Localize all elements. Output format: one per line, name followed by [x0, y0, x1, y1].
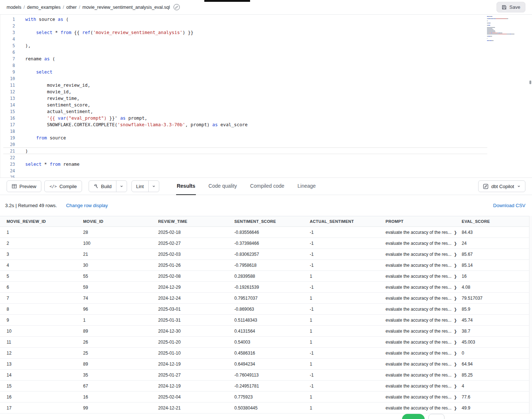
tab-lineage[interactable]: Lineage	[297, 177, 317, 195]
line-number: 11	[3, 82, 15, 88]
table-row[interactable]: 13892024-12-190.64942341evaluate the acc…	[0, 359, 532, 370]
code-line[interactable]: 16 '{{ var("eval_prompt") }}' as prompt,	[3, 115, 487, 121]
code-line[interactable]: 5),	[3, 42, 487, 49]
code-line[interactable]: 18	[3, 128, 487, 134]
code-line[interactable]: 25	[3, 174, 487, 177]
table-row[interactable]: 3212025-02-03-0.83062357-1evaluate the a…	[0, 249, 532, 260]
code-editor[interactable]: 1with source as (23 select * from {{ ref…	[0, 15, 532, 177]
tab-results[interactable]: Results	[176, 177, 196, 195]
table-row[interactable]: 14352025-01-27-0.76049113-1evaluate the …	[0, 370, 532, 381]
expand-prompt-icon[interactable]: ❯	[454, 252, 457, 257]
code-line[interactable]: 20	[3, 141, 487, 147]
top-notch	[204, 0, 250, 2]
table-row[interactable]: 11262025-01-200.540031evaluate the accur…	[0, 337, 532, 348]
prompt-text: evaluate the accuracy of the res...	[386, 394, 451, 400]
code-line[interactable]: 13 review_time,	[3, 95, 487, 101]
expand-prompt-icon[interactable]: ❯	[454, 340, 457, 344]
code-line[interactable]: 12 movie_id,	[3, 88, 487, 95]
code-line[interactable]: 2	[3, 22, 487, 29]
breadcrumb-item-filename: movie_review_sentiment_analysis_eval.sql	[82, 5, 170, 10]
expand-prompt-icon[interactable]: ❯	[454, 241, 457, 246]
code-line[interactable]: 1with source as (	[3, 16, 487, 22]
expand-prompt-icon[interactable]: ❯	[454, 394, 457, 399]
line-number: 3	[3, 29, 15, 35]
code-line[interactable]: 11 movie_review_id,	[3, 82, 487, 88]
table-row[interactable]: 16162025-02-040.7759231evaluate the accu…	[0, 392, 532, 403]
tab-code-quality[interactable]: Code quality	[208, 177, 238, 195]
results-statusbar: 3.2s | Returned 49 rows. Change row disp…	[0, 195, 532, 216]
table-row[interactable]: 6592024-12-29-0.19261539-1evaluate the a…	[0, 282, 532, 293]
code-line[interactable]: 21)	[3, 147, 487, 154]
expand-prompt-icon[interactable]: ❯	[454, 362, 457, 366]
table-cell: 2025-02-08	[158, 274, 234, 279]
table-cell: 25	[83, 351, 158, 356]
code-line[interactable]: 9 select	[3, 68, 487, 75]
expand-prompt-icon[interactable]: ❯	[454, 307, 457, 311]
expand-prompt-icon[interactable]: ❯	[454, 384, 457, 388]
expand-prompt-icon[interactable]: ❯	[454, 285, 457, 289]
bottom-action-partial[interactable]	[428, 414, 444, 419]
code-line[interactable]: 15 actual_sentiment,	[3, 108, 487, 115]
lint-button[interactable]: Lint	[132, 181, 148, 192]
code-line[interactable]: 22	[3, 154, 487, 161]
expand-prompt-icon[interactable]: ❯	[454, 296, 457, 300]
expand-prompt-icon[interactable]: ❯	[454, 351, 457, 355]
table-row[interactable]: 10892024-12-300.41315641evaluate the acc…	[0, 326, 532, 337]
editor-scrollbar[interactable]	[529, 81, 531, 84]
preview-button[interactable]: Preview	[7, 180, 41, 192]
expand-prompt-icon[interactable]: ❯	[454, 405, 457, 410]
code-line[interactable]: 3 select * from {{ ref('movie_review_sen…	[3, 29, 487, 35]
help-bubble-partial[interactable]	[402, 414, 425, 419]
save-button[interactable]: Save	[496, 2, 525, 12]
breadcrumb-item-models[interactable]: models	[7, 5, 21, 10]
tab-compiled-code[interactable]: Compiled code	[249, 177, 285, 195]
code-line[interactable]: 6	[3, 49, 487, 55]
code-line[interactable]: 4	[3, 35, 487, 42]
results-scrollbar[interactable]	[529, 216, 532, 414]
code-line[interactable]: 24	[3, 167, 487, 174]
table-cell: 16	[83, 394, 158, 400]
expand-prompt-icon[interactable]: ❯	[454, 263, 457, 268]
expand-prompt-icon[interactable]: ❯	[454, 318, 457, 322]
table-row[interactable]: 912025-01-310.511483431evaluate the accu…	[0, 315, 532, 326]
code-line[interactable]: 8	[3, 62, 487, 68]
download-csv-link[interactable]: Download CSV	[493, 203, 525, 208]
code-line[interactable]: 10	[3, 75, 487, 82]
table-row[interactable]: 7742024-12-240.795170371evaluate the acc…	[0, 293, 532, 304]
change-row-display-link[interactable]: Change row display	[66, 203, 108, 208]
line-number: 5	[3, 42, 15, 48]
table-cell: 2025-01-26	[158, 263, 234, 268]
expand-prompt-icon[interactable]: ❯	[454, 329, 457, 333]
table-row[interactable]: 1282025-02-18-0.83556646-1evaluate the a…	[0, 227, 532, 238]
code-line[interactable]: 23select * from rename	[3, 161, 487, 167]
expand-prompt-icon[interactable]: ❯	[454, 373, 457, 377]
code-line[interactable]: 17 SNOWFLAKE.CORTEX.COMPLETE('snowflake-…	[3, 121, 487, 128]
table-row[interactable]: 4302025-01-26-0.7958618-1evaluate the ac…	[0, 260, 532, 271]
table-row[interactable]: 5552025-02-080.28395881evaluate the accu…	[0, 271, 532, 282]
table-row[interactable]: 21002025-02-27-0.37398466-1evaluate the …	[0, 238, 532, 249]
line-number: 17	[3, 121, 15, 127]
code-text: sentiment_score,	[15, 102, 90, 108]
compile-button[interactable]: </> Compile	[44, 180, 82, 192]
minimap[interactable]	[487, 15, 524, 44]
line-number: 22	[3, 154, 15, 160]
lint-dropdown-button[interactable]	[148, 181, 159, 192]
dbt-copilot-button[interactable]: dbt Copilot	[478, 180, 525, 192]
breadcrumb-item-demo-examples[interactable]: demo_examples	[27, 5, 61, 10]
build-button[interactable]: Build	[89, 181, 116, 192]
expand-prompt-icon[interactable]: ❯	[454, 230, 457, 235]
table-row[interactable]: 17992024-12-210.503804451evaluate the ac…	[0, 403, 532, 414]
table-row[interactable]: 15672024-12-19-0.24951781-1evaluate the …	[0, 381, 532, 392]
table-row[interactable]: 8962025-03-01-0.869063-1evaluate the acc…	[0, 304, 532, 315]
breadcrumb-item-other[interactable]: other	[66, 5, 77, 10]
table-row[interactable]: 12252025-01-100.4586316-1evaluate the ac…	[0, 348, 532, 359]
table-cell: -1	[310, 373, 386, 378]
table-cell: 2025-03-01	[158, 307, 234, 312]
code-line[interactable]: 14 sentiment_score,	[3, 101, 487, 108]
code-line[interactable]: 19 from source	[3, 134, 487, 141]
edit-filename-icon[interactable]	[174, 4, 180, 10]
table-cell: 64.94	[462, 362, 532, 367]
build-dropdown-button[interactable]	[116, 181, 127, 192]
expand-prompt-icon[interactable]: ❯	[454, 274, 457, 278]
code-line[interactable]: 7rename as (	[3, 55, 487, 62]
